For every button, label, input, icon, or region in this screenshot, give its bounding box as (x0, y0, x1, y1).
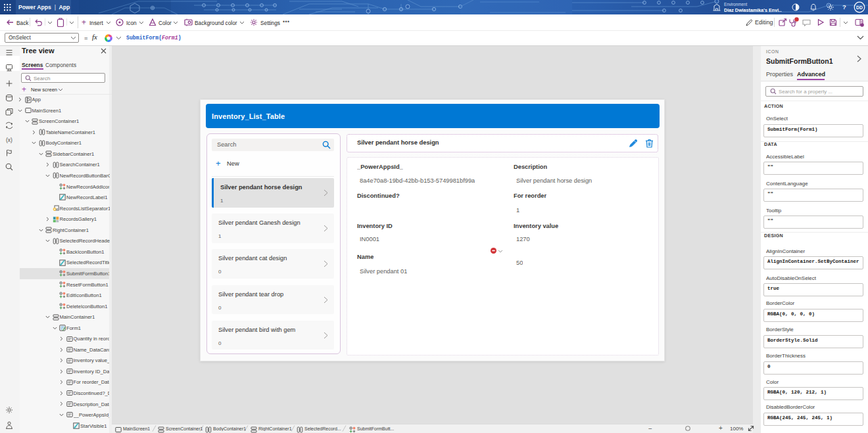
svg-text:DD: DD (856, 5, 863, 10)
svg-text:(x): (x) (6, 137, 12, 143)
